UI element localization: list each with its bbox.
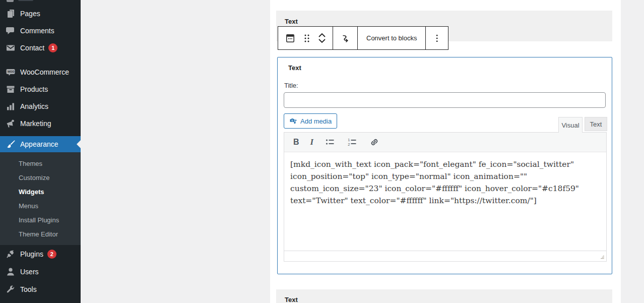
tools-wrench-icon	[6, 284, 16, 294]
sidebar-item-pages[interactable]: Pages	[0, 5, 81, 22]
link-icon	[369, 137, 380, 148]
transform-arrow-icon	[339, 32, 351, 44]
tab-visual[interactable]: Visual	[558, 117, 583, 133]
submenu-item-theme-editor[interactable]: Theme Editor	[0, 227, 81, 241]
editor-statusbar	[284, 251, 606, 261]
svg-text:WOO: WOO	[8, 70, 14, 73]
block-mover	[317, 32, 327, 44]
pages-icon	[6, 9, 16, 19]
block-toolbar: Convert to blocks	[278, 26, 448, 50]
svg-text:1: 1	[348, 138, 350, 142]
sidebar-item-appearance[interactable]: Appearance	[0, 136, 81, 152]
admin-content: Text	[81, 0, 644, 303]
text-editor: B I 1 2	[284, 132, 607, 262]
sidebar-item-label: Analytics	[20, 102, 48, 110]
products-box-icon	[6, 84, 16, 94]
sidebar-item-comments[interactable]: Comments	[0, 22, 81, 39]
widget-block-icon	[284, 32, 296, 44]
numbered-list-button[interactable]: 1 2	[347, 137, 358, 148]
sidebar-item-label: Contact	[20, 44, 44, 52]
analytics-bars-icon	[6, 101, 16, 111]
sidebar-item-woocommerce[interactable]: WOO WooCommerce	[0, 64, 81, 81]
submenu-item-install-plugins[interactable]: Install Plugins	[0, 213, 81, 227]
link-button[interactable]	[369, 137, 380, 148]
drag-handle[interactable]	[302, 33, 311, 44]
plugins-count-badge: 2	[47, 250, 56, 259]
widget-block-icon-button[interactable]	[284, 32, 296, 44]
widget-title: Text	[288, 64, 301, 72]
submenu-item-widgets[interactable]: Widgets	[0, 185, 81, 199]
sidebar-item-label: Appearance	[20, 140, 58, 148]
add-media-label: Add media	[300, 117, 332, 125]
users-person-icon	[6, 267, 16, 277]
admin-sidebar: Pages Comments Contact 1 WOO	[0, 0, 81, 303]
resize-grip-icon[interactable]	[598, 253, 605, 260]
sidebar-item-label: Marketing	[20, 119, 51, 128]
contact-count-badge: 1	[48, 43, 57, 52]
sidebar-item-label: Comments	[20, 27, 54, 35]
menu-separator	[0, 132, 81, 136]
sidebar-item-label: Plugins	[20, 250, 43, 258]
widget-title-field-label: Title:	[284, 82, 298, 89]
widget-block-collapsed-bottom[interactable]: Text	[276, 289, 612, 303]
convert-to-blocks-button[interactable]: Convert to blocks	[364, 34, 419, 42]
kebab-menu-icon	[432, 32, 442, 44]
contact-mail-icon	[6, 43, 16, 53]
plugins-plug-icon	[6, 249, 16, 259]
sidebar-item-contact[interactable]: Contact 1	[0, 39, 81, 56]
menu-separator	[0, 56, 81, 64]
editor-content[interactable]: [mkd_icon_with_text icon_pack="font_eleg…	[284, 152, 606, 251]
sidebar-item-analytics[interactable]: Analytics	[0, 98, 81, 115]
bold-button[interactable]: B	[293, 138, 299, 147]
woocommerce-icon: WOO	[6, 67, 16, 77]
appearance-submenu: Themes Customize Widgets Menus Install P…	[0, 152, 81, 245]
submenu-item-customize[interactable]: Customize	[0, 170, 81, 185]
options-menu-button[interactable]	[432, 32, 442, 44]
widget-block-title: Text	[285, 18, 298, 25]
submenu-item-themes[interactable]: Themes	[0, 156, 81, 170]
sidebar-item-label: Products	[20, 85, 48, 93]
sidebar-item-users[interactable]: Users	[0, 263, 81, 280]
sidebar-item-label: Users	[20, 268, 39, 276]
widget-title-input[interactable]	[284, 92, 606, 108]
bulleted-list-button[interactable]	[325, 137, 336, 148]
tab-text[interactable]: Text	[585, 117, 607, 131]
svg-text:2: 2	[348, 142, 350, 147]
text-widget-block-selected: Text Title: Add media Visual Text B	[277, 57, 612, 274]
sidebar-item-marketing[interactable]: Marketing	[0, 115, 81, 132]
marketing-megaphone-icon	[6, 118, 16, 129]
sidebar-item-products[interactable]: Products	[0, 81, 81, 98]
drag-handle-icon	[302, 33, 311, 44]
media-camera-note-icon	[289, 117, 297, 125]
wordpress-admin-screen: Pages Comments Contact 1 WOO	[0, 0, 644, 303]
submenu-item-menus[interactable]: Menus	[0, 199, 81, 213]
sidebar-item-label: Tools	[20, 285, 37, 293]
block-toolbar-group-convert: Convert to blocks	[358, 27, 426, 49]
current-menu-arrow	[77, 140, 81, 148]
comments-icon	[6, 26, 16, 36]
admin-menu: Pages Comments Contact 1 WOO	[0, 5, 81, 298]
sidebar-item-label: WooCommerce	[20, 68, 69, 76]
move-up-icon	[317, 32, 327, 38]
add-media-button[interactable]: Add media	[284, 113, 337, 129]
move-down-button[interactable]	[317, 38, 327, 44]
block-toolbar-group-primary	[278, 27, 333, 49]
bulleted-list-icon	[325, 137, 336, 148]
widget-area-panel: Text	[270, 0, 621, 303]
sidebar-item-plugins[interactable]: Plugins 2	[0, 245, 81, 263]
editor-toolbar: B I 1 2	[284, 133, 606, 152]
block-toolbar-group-options	[426, 27, 448, 49]
clipped-menu-label-fragment	[18, 0, 33, 1]
block-toolbar-group-transform	[333, 27, 358, 49]
clipped-menu-item-fragment	[7, 0, 14, 2]
numbered-list-icon: 1 2	[347, 137, 358, 148]
sidebar-item-label: Pages	[20, 10, 40, 18]
appearance-brush-icon	[6, 139, 16, 149]
transform-button[interactable]	[339, 32, 351, 44]
move-up-button[interactable]	[317, 32, 327, 38]
move-down-icon	[317, 38, 327, 44]
sidebar-item-tools[interactable]: Tools	[0, 280, 81, 298]
widget-block-title: Text	[285, 296, 298, 303]
italic-button[interactable]: I	[310, 137, 314, 147]
